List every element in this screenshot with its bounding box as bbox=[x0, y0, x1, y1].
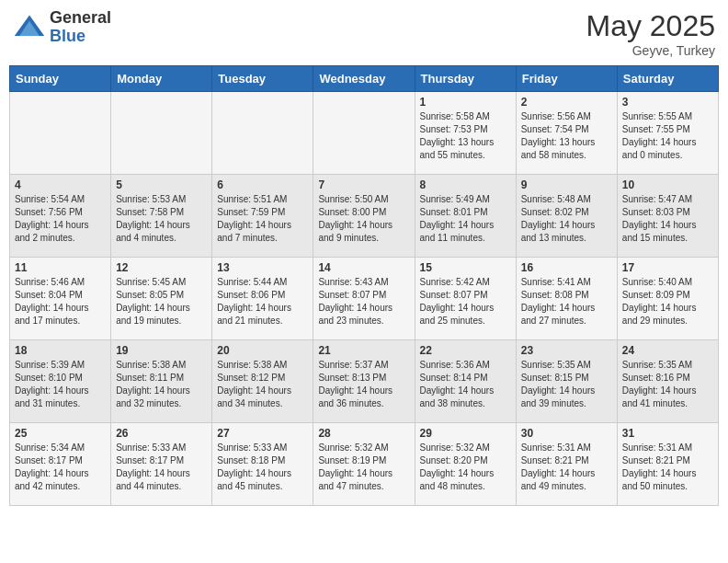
logo: General Blue bbox=[13, 9, 111, 46]
calendar-cell bbox=[313, 92, 415, 175]
days-header-row: SundayMondayTuesdayWednesdayThursdayFrid… bbox=[10, 66, 719, 92]
week-row-2: 4Sunrise: 5:54 AM Sunset: 7:56 PM Daylig… bbox=[10, 175, 719, 258]
cell-content: Sunrise: 5:32 AM Sunset: 8:19 PM Dayligh… bbox=[318, 442, 409, 493]
cell-content: Sunrise: 5:38 AM Sunset: 8:12 PM Dayligh… bbox=[217, 359, 308, 410]
calendar-cell: 9Sunrise: 5:48 AM Sunset: 8:02 PM Daylig… bbox=[516, 175, 617, 258]
calendar-cell: 25Sunrise: 5:34 AM Sunset: 8:17 PM Dayli… bbox=[10, 423, 111, 506]
cell-content: Sunrise: 5:39 AM Sunset: 8:10 PM Dayligh… bbox=[15, 359, 106, 410]
day-header-thursday: Thursday bbox=[415, 66, 516, 92]
day-number: 3 bbox=[622, 96, 713, 109]
cell-content: Sunrise: 5:42 AM Sunset: 8:07 PM Dayligh… bbox=[420, 276, 511, 327]
calendar-cell bbox=[111, 92, 212, 175]
day-number: 28 bbox=[318, 427, 409, 440]
day-number: 24 bbox=[622, 344, 713, 357]
calendar-cell: 28Sunrise: 5:32 AM Sunset: 8:19 PM Dayli… bbox=[313, 423, 415, 506]
cell-content: Sunrise: 5:41 AM Sunset: 8:08 PM Dayligh… bbox=[521, 276, 612, 327]
week-row-3: 11Sunrise: 5:46 AM Sunset: 8:04 PM Dayli… bbox=[10, 258, 719, 340]
calendar-cell: 11Sunrise: 5:46 AM Sunset: 8:04 PM Dayli… bbox=[10, 258, 111, 340]
cell-content: Sunrise: 5:46 AM Sunset: 8:04 PM Dayligh… bbox=[15, 276, 106, 327]
day-number: 14 bbox=[318, 261, 409, 274]
day-number: 19 bbox=[116, 344, 207, 357]
day-number: 29 bbox=[420, 427, 511, 440]
day-number: 6 bbox=[217, 178, 308, 191]
cell-content: Sunrise: 5:37 AM Sunset: 8:13 PM Dayligh… bbox=[318, 359, 409, 410]
day-number: 22 bbox=[420, 344, 511, 357]
calendar-table: SundayMondayTuesdayWednesdayThursdayFrid… bbox=[9, 65, 719, 506]
cell-content: Sunrise: 5:40 AM Sunset: 8:09 PM Dayligh… bbox=[622, 276, 713, 327]
calendar-cell: 27Sunrise: 5:33 AM Sunset: 8:18 PM Dayli… bbox=[212, 423, 313, 506]
logo-blue: Blue bbox=[50, 28, 111, 46]
cell-content: Sunrise: 5:32 AM Sunset: 8:20 PM Dayligh… bbox=[420, 442, 511, 493]
day-number: 4 bbox=[15, 178, 106, 191]
day-header-monday: Monday bbox=[111, 66, 212, 92]
cell-content: Sunrise: 5:36 AM Sunset: 8:14 PM Dayligh… bbox=[420, 359, 511, 410]
calendar-cell: 3Sunrise: 5:55 AM Sunset: 7:55 PM Daylig… bbox=[617, 92, 718, 175]
day-number: 26 bbox=[116, 427, 207, 440]
day-number: 25 bbox=[15, 427, 106, 440]
day-number: 23 bbox=[521, 344, 612, 357]
cell-content: Sunrise: 5:58 AM Sunset: 7:53 PM Dayligh… bbox=[420, 110, 511, 162]
day-number: 31 bbox=[622, 427, 713, 440]
calendar-cell: 18Sunrise: 5:39 AM Sunset: 8:10 PM Dayli… bbox=[10, 340, 111, 423]
day-number: 13 bbox=[217, 261, 308, 274]
calendar-cell: 2Sunrise: 5:56 AM Sunset: 7:54 PM Daylig… bbox=[516, 92, 617, 175]
cell-content: Sunrise: 5:56 AM Sunset: 7:54 PM Dayligh… bbox=[521, 110, 612, 162]
logo-icon bbox=[13, 11, 46, 44]
calendar-cell: 29Sunrise: 5:32 AM Sunset: 8:20 PM Dayli… bbox=[415, 423, 516, 506]
calendar-cell bbox=[10, 92, 111, 175]
cell-content: Sunrise: 5:53 AM Sunset: 7:58 PM Dayligh… bbox=[116, 193, 207, 245]
logo-general: General bbox=[50, 9, 111, 28]
day-number: 7 bbox=[318, 178, 409, 191]
logo-text: General Blue bbox=[50, 9, 111, 46]
cell-content: Sunrise: 5:43 AM Sunset: 8:07 PM Dayligh… bbox=[318, 276, 409, 327]
day-number: 2 bbox=[521, 96, 612, 109]
day-header-saturday: Saturday bbox=[617, 66, 718, 92]
month-year: May 2025 bbox=[586, 9, 715, 43]
calendar-cell: 17Sunrise: 5:40 AM Sunset: 8:09 PM Dayli… bbox=[617, 258, 718, 340]
day-number: 17 bbox=[622, 261, 713, 274]
day-number: 21 bbox=[318, 344, 409, 357]
day-number: 10 bbox=[622, 178, 713, 191]
calendar-cell: 30Sunrise: 5:31 AM Sunset: 8:21 PM Dayli… bbox=[516, 423, 617, 506]
location: Geyve, Turkey bbox=[586, 43, 715, 58]
cell-content: Sunrise: 5:54 AM Sunset: 7:56 PM Dayligh… bbox=[15, 193, 106, 245]
calendar-cell: 19Sunrise: 5:38 AM Sunset: 8:11 PM Dayli… bbox=[111, 340, 212, 423]
cell-content: Sunrise: 5:44 AM Sunset: 8:06 PM Dayligh… bbox=[217, 276, 308, 327]
cell-content: Sunrise: 5:55 AM Sunset: 7:55 PM Dayligh… bbox=[622, 110, 713, 162]
calendar-cell: 13Sunrise: 5:44 AM Sunset: 8:06 PM Dayli… bbox=[212, 258, 313, 340]
calendar-cell: 15Sunrise: 5:42 AM Sunset: 8:07 PM Dayli… bbox=[415, 258, 516, 340]
cell-content: Sunrise: 5:47 AM Sunset: 8:03 PM Dayligh… bbox=[622, 193, 713, 245]
calendar-cell: 26Sunrise: 5:33 AM Sunset: 8:17 PM Dayli… bbox=[111, 423, 212, 506]
cell-content: Sunrise: 5:48 AM Sunset: 8:02 PM Dayligh… bbox=[521, 193, 612, 245]
day-number: 1 bbox=[420, 96, 511, 109]
week-row-5: 25Sunrise: 5:34 AM Sunset: 8:17 PM Dayli… bbox=[10, 423, 719, 506]
day-number: 8 bbox=[420, 178, 511, 191]
week-row-1: 1Sunrise: 5:58 AM Sunset: 7:53 PM Daylig… bbox=[10, 92, 719, 175]
calendar-cell: 16Sunrise: 5:41 AM Sunset: 8:08 PM Dayli… bbox=[516, 258, 617, 340]
calendar-cell: 31Sunrise: 5:31 AM Sunset: 8:21 PM Dayli… bbox=[617, 423, 718, 506]
day-number: 20 bbox=[217, 344, 308, 357]
cell-content: Sunrise: 5:45 AM Sunset: 8:05 PM Dayligh… bbox=[116, 276, 207, 327]
calendar-cell: 23Sunrise: 5:35 AM Sunset: 8:15 PM Dayli… bbox=[516, 340, 617, 423]
calendar-cell: 5Sunrise: 5:53 AM Sunset: 7:58 PM Daylig… bbox=[111, 175, 212, 258]
cell-content: Sunrise: 5:51 AM Sunset: 7:59 PM Dayligh… bbox=[217, 193, 308, 245]
cell-content: Sunrise: 5:38 AM Sunset: 8:11 PM Dayligh… bbox=[116, 359, 207, 410]
calendar-cell: 1Sunrise: 5:58 AM Sunset: 7:53 PM Daylig… bbox=[415, 92, 516, 175]
cell-content: Sunrise: 5:31 AM Sunset: 8:21 PM Dayligh… bbox=[521, 442, 612, 493]
calendar-cell: 21Sunrise: 5:37 AM Sunset: 8:13 PM Dayli… bbox=[313, 340, 415, 423]
day-header-friday: Friday bbox=[516, 66, 617, 92]
cell-content: Sunrise: 5:31 AM Sunset: 8:21 PM Dayligh… bbox=[622, 442, 713, 493]
title-block: May 2025 Geyve, Turkey bbox=[586, 9, 715, 58]
day-number: 9 bbox=[521, 178, 612, 191]
day-number: 18 bbox=[15, 344, 106, 357]
cell-content: Sunrise: 5:34 AM Sunset: 8:17 PM Dayligh… bbox=[15, 442, 106, 493]
calendar-cell: 22Sunrise: 5:36 AM Sunset: 8:14 PM Dayli… bbox=[415, 340, 516, 423]
calendar-cell: 8Sunrise: 5:49 AM Sunset: 8:01 PM Daylig… bbox=[415, 175, 516, 258]
day-header-sunday: Sunday bbox=[10, 66, 111, 92]
cell-content: Sunrise: 5:49 AM Sunset: 8:01 PM Dayligh… bbox=[420, 193, 511, 245]
day-header-wednesday: Wednesday bbox=[313, 66, 415, 92]
calendar-cell: 20Sunrise: 5:38 AM Sunset: 8:12 PM Dayli… bbox=[212, 340, 313, 423]
cell-content: Sunrise: 5:50 AM Sunset: 8:00 PM Dayligh… bbox=[318, 193, 409, 245]
page-header: General Blue May 2025 Geyve, Turkey bbox=[9, 9, 719, 58]
calendar-cell: 7Sunrise: 5:50 AM Sunset: 8:00 PM Daylig… bbox=[313, 175, 415, 258]
